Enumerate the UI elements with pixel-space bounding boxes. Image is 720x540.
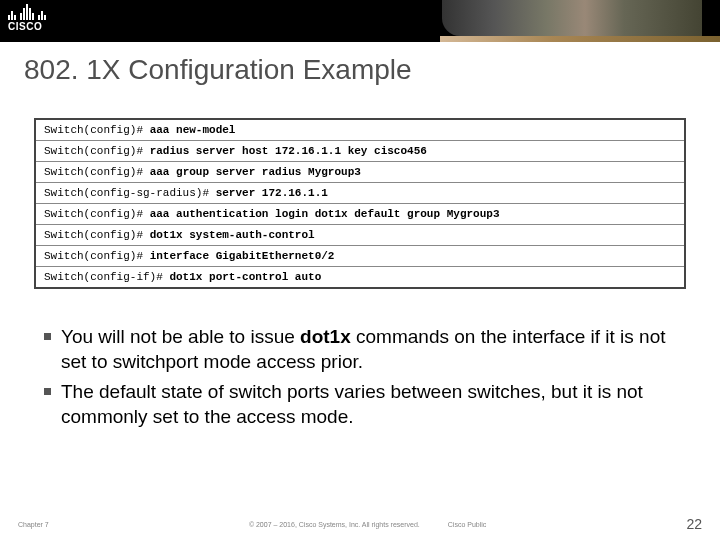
code-line: Switch(config)# radius server host 172.1… <box>36 141 684 162</box>
bullet-item: The default state of switch ports varies… <box>44 380 676 429</box>
cli-prompt: Switch(config)# <box>44 166 150 178</box>
bullet-item: You will not be able to issue dot1x comm… <box>44 325 676 374</box>
cli-prompt: Switch(config-sg-radius)# <box>44 187 216 199</box>
code-line: Switch(config-sg-radius)# server 172.16.… <box>36 183 684 204</box>
cli-command: radius server host 172.16.1.1 key cisco4… <box>150 145 427 157</box>
bullet-text: The default state of switch ports varies… <box>61 380 676 429</box>
header-gradient-strip <box>440 36 720 42</box>
code-line: Switch(config)# aaa authentication login… <box>36 204 684 225</box>
cli-prompt: Switch(config)# <box>44 145 150 157</box>
cli-command: aaa authentication login dot1x default g… <box>150 208 500 220</box>
cli-command: aaa group server radius Mygroup3 <box>150 166 361 178</box>
cisco-logo-text: CISCO <box>8 21 46 32</box>
footer-chapter: Chapter 7 <box>18 521 49 528</box>
cisco-logo: CISCO <box>0 0 54 36</box>
code-line: Switch(config)# interface GigabitEtherne… <box>36 246 684 267</box>
cli-prompt: Switch(config)# <box>44 124 150 136</box>
cli-command: interface GigabitEthernet0/2 <box>150 250 335 262</box>
cli-command: dot1x port-control auto <box>169 271 321 283</box>
cli-prompt: Switch(config)# <box>44 208 150 220</box>
config-code-block: Switch(config)# aaa new-model Switch(con… <box>34 118 686 289</box>
bullet-marker-icon <box>44 388 51 395</box>
footer-copyright: © 2007 – 2016, Cisco Systems, Inc. All r… <box>49 521 687 528</box>
code-line: Switch(config)# dot1x system-auth-contro… <box>36 225 684 246</box>
bullet-list: You will not be able to issue dot1x comm… <box>0 309 720 430</box>
bullet-marker-icon <box>44 333 51 340</box>
cisco-logo-bars-icon <box>8 4 46 20</box>
header-bar: CISCO <box>0 0 720 42</box>
bullet-text: You will not be able to issue dot1x comm… <box>61 325 676 374</box>
slide-footer: Chapter 7 © 2007 – 2016, Cisco Systems, … <box>0 516 720 532</box>
cli-command: dot1x system-auth-control <box>150 229 315 241</box>
code-line: Switch(config)# aaa new-model <box>36 120 684 141</box>
footer-page-number: 22 <box>686 516 702 532</box>
cli-prompt: Switch(config-if)# <box>44 271 169 283</box>
code-line: Switch(config)# aaa group server radius … <box>36 162 684 183</box>
cli-prompt: Switch(config)# <box>44 229 150 241</box>
cli-command: aaa new-model <box>150 124 236 136</box>
slide-title: 802. 1X Configuration Example <box>0 42 720 94</box>
header-collage-image <box>442 0 702 36</box>
cli-command: server 172.16.1.1 <box>216 187 328 199</box>
cli-prompt: Switch(config)# <box>44 250 150 262</box>
code-line: Switch(config-if)# dot1x port-control au… <box>36 267 684 287</box>
